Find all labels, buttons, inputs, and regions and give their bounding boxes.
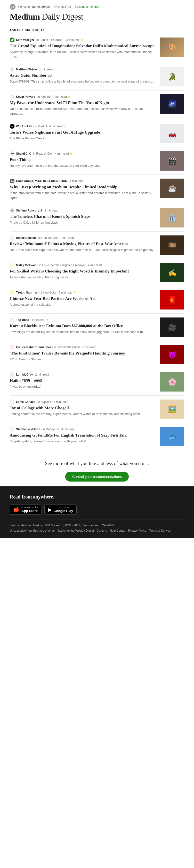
author-pub: TzeLin Sam · in In Living Color · 5 min … <box>16 290 76 295</box>
author-line: MT Matthew Thiele · 1 min read <box>10 67 156 72</box>
article-title: Review: 'Mudbound' Paints a Moving Pictu… <box>10 241 156 247</box>
article-thumbnail: 🐟 <box>160 427 184 446</box>
author-line: RD Shanti C K · in Read or Die! · 4 min … <box>10 151 156 156</box>
author-line: LC TzeLin Sam · in In Living Color · 5 m… <box>10 290 156 295</box>
store-buttons: 🍎 Download on the App Store ▶ GET IT ON … <box>10 504 184 515</box>
author-line: KF Kevin Powers · in Fanfare · 7 min rea… <box>10 94 156 99</box>
article-item[interactable]: LM Lori McCray · 2 min read Haiku #659 –… <box>10 368 184 396</box>
article-title: Poor Things <box>10 157 156 162</box>
article-excerpt: Dated 5/16/03. This strip builds a littl… <box>10 79 156 84</box>
thumb-icon: 😈 <box>160 345 184 364</box>
title-row: Medium Daily Digest <box>10 11 184 22</box>
thumb-icon: 🚗 <box>160 124 184 143</box>
author-line: RC Reece Beckett · in Counter Arts · 7 m… <box>10 236 156 240</box>
article-title: For Skilled Writers Choosing the Right W… <box>10 269 156 274</box>
app-store-button[interactable]: 🍎 Download on the App Store <box>10 504 41 515</box>
author-avatar: LC <box>10 290 15 295</box>
author-avatar: MT <box>10 67 15 72</box>
article-content: RC Reece Beckett · in Counter Arts · 7 m… <box>10 236 156 252</box>
google-play-button[interactable]: ▶ GET IT ON Google Play <box>45 504 77 515</box>
article-thumbnail: ☕ <box>160 179 184 198</box>
thumb-icon: ✍️ <box>160 263 184 282</box>
author-avatar: LM <box>10 372 15 377</box>
google-play-pre: GET IT ON <box>54 506 73 509</box>
thumb-icon: 🖼️ <box>160 400 184 419</box>
article-item[interactable]: MU Stephanie Wilson · in MuddyUm · 4 min… <box>10 423 184 450</box>
article-item[interactable]: SG Esme Garlake · in Signifier · 6 min r… <box>10 396 184 423</box>
author-pub: Matthew Thiele · 1 min read <box>16 67 53 72</box>
help-link[interactable]: Help Center <box>110 529 126 532</box>
article-item[interactable]: TB Top Boss · 4 min read ★ Korean Blockb… <box>10 314 184 341</box>
switch-weekly-link[interactable]: Switch to the Weekly Digest <box>58 529 94 532</box>
author-avatar: CP <box>10 37 15 42</box>
article-title: Astro Gator Number 33 <box>10 73 156 78</box>
article-title: Korean Blockbuster Exhuma Does $67,000,0… <box>10 323 156 329</box>
article-thumbnail: 🌌 <box>160 94 184 114</box>
thumb-icon: 🏛️ <box>160 208 184 227</box>
thumb-icon: 🌸 <box>160 372 184 392</box>
article-thumbnail: 🚗 <box>160 124 184 143</box>
app-store-pre: Download on the <box>21 506 38 509</box>
article-item[interactable]: E² Malky McEwan · in E²—Entertain Enligh… <box>10 259 184 286</box>
article-item[interactable]: GA Gabe Araujo, M.Sc. in ILLUMINATION · … <box>10 175 184 204</box>
recommend-button[interactable]: Control your recommendations <box>65 472 129 482</box>
article-item[interactable]: KF Kevin Powers · in Fanfare · 7 min rea… <box>10 91 184 120</box>
email-header: JJ Stories for James Jonas · @ichafo17bi… <box>0 0 194 25</box>
article-content: SR Stefano Roncoroni · 2 min read The Ti… <box>10 208 156 225</box>
article-item[interactable]: LC TzeLin Sam · in In Living Color · 5 m… <box>10 286 184 314</box>
article-item[interactable]: P Will Lockett · in Predict · 4 min read… <box>10 120 184 147</box>
article-thumbnail: 🎨 <box>160 37 184 57</box>
title-digest: Daily Digest <box>42 11 83 22</box>
article-thumbnail: 🌸 <box>160 372 184 392</box>
author-pub: Shanti C K · in Read or Die! · 4 min rea… <box>16 152 72 156</box>
unsubscribe-link[interactable]: Unsubscribe from this type of email <box>10 529 55 532</box>
careers-link[interactable]: Careers <box>97 529 107 532</box>
author-pub: Sam Vaseghi · in Cantor's Paradise · 34 … <box>16 38 84 42</box>
footer-links: Unsubscribe from this type of email · Sw… <box>10 529 184 532</box>
article-item[interactable]: RD Shanti C K · in Read or Die! · 4 min … <box>10 147 184 175</box>
article-item[interactable]: SR Stefano Roncoroni · 2 min read The Ti… <box>10 204 184 231</box>
article-content: E² Malky McEwan · in E²—Entertain Enligh… <box>10 263 156 280</box>
article-content: SG Esme Garlake · in Signifier · 6 min r… <box>10 400 156 416</box>
article-thumbnail: 🎬 <box>160 151 184 170</box>
article-excerpt: On the debut sci-fi talkie from director… <box>10 106 156 116</box>
article-excerpt: A photo essay of my collection <box>10 302 156 307</box>
google-play-name: Google Play <box>54 509 73 513</box>
author-line: P Will Lockett · in Predict · 4 min read… <box>10 124 156 129</box>
article-excerpt: Blurp-blurp-blurp means "Imma spawn with… <box>10 439 156 444</box>
article-thumbnail: 🎥 <box>160 317 184 337</box>
article-content: TB Top Boss · 4 min read ★ Korean Blockb… <box>10 317 156 334</box>
article-item[interactable]: MT Matthew Thiele · 1 min read Astro Gat… <box>10 63 184 91</box>
user-avatar: JJ <box>10 4 16 10</box>
author-line: LM Lori McCray · 2 min read <box>10 372 156 377</box>
article-title: The Timeless Charm of Rome's Spanish Ste… <box>10 214 156 219</box>
become-member-link[interactable]: Become a member <box>75 5 99 8</box>
article-content: BB Eunice Rabert Hernández · in Beyond t… <box>10 345 156 362</box>
article-title: My Favourite Underrated Sci-Fi Film: The… <box>10 100 156 105</box>
article-item[interactable]: RC Reece Beckett · in Counter Arts · 7 m… <box>10 231 184 259</box>
author-avatar: GA <box>10 179 15 183</box>
article-item[interactable]: CP Sam Vaseghi · in Cantor's Paradise · … <box>10 34 184 63</box>
terms-link[interactable]: Terms of Service <box>149 529 170 532</box>
article-content: LM Lori McCray · 2 min read Haiku #659 –… <box>10 372 156 389</box>
author-avatar: TB <box>10 317 15 322</box>
article-excerpt: A journey through Salvador Dalí's unique… <box>10 50 156 59</box>
author-pub: Top Boss · 4 min read ★ <box>16 318 49 322</box>
footer-read-label: Read from anywhere. <box>10 494 54 500</box>
article-item[interactable]: BB Eunice Rabert Hernández · in Beyond t… <box>10 341 184 368</box>
footer-top: Read from anywhere. <box>10 494 184 500</box>
author-pub: Eunice Rabert Hernández · in Beyond the … <box>16 345 96 349</box>
author-pub: Gabe Araujo, M.Sc. in ILLUMINATION · 4 m… <box>16 179 83 183</box>
article-content: KF Kevin Powers · in Fanfare · 7 min rea… <box>10 94 156 116</box>
author-line: GA Gabe Araujo, M.Sc. in ILLUMINATION · … <box>10 179 156 183</box>
apple-icon: 🍎 <box>13 507 20 513</box>
thumb-icon: 🐊 <box>160 67 184 86</box>
author-avatar: KF <box>10 94 15 99</box>
article-content: LC TzeLin Sam · in In Living Color · 5 m… <box>10 290 156 307</box>
author-pub: Esme Garlake · in Signifier · 6 min read <box>16 400 67 404</box>
privacy-link[interactable]: Privacy Policy <box>128 529 146 532</box>
author-line: SR Stefano Roncoroni · 2 min read <box>10 208 156 213</box>
article-excerpt: In the ambient warmth of the café, where… <box>10 191 156 200</box>
article-content: MT Matthew Thiele · 1 min read Astro Gat… <box>10 67 156 84</box>
title-medium: Medium <box>10 11 40 22</box>
